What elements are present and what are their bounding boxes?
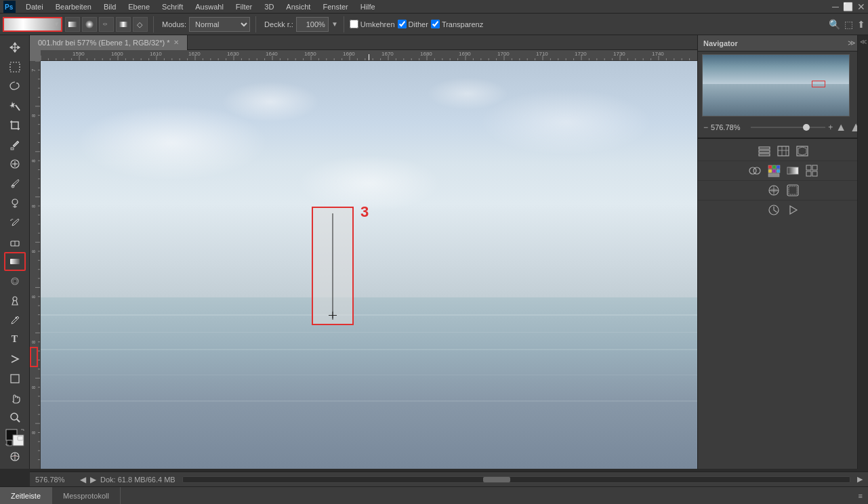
actions-panel-btn[interactable] xyxy=(785,202,801,218)
type-tool[interactable]: T xyxy=(4,331,26,350)
healing-tool[interactable] xyxy=(4,155,26,174)
menu-filter[interactable]: Filter xyxy=(230,1,257,12)
messprotokoll-tab[interactable]: Messprotokoll xyxy=(52,487,121,505)
menu-hilfe[interactable]: Hilfe xyxy=(355,1,381,12)
menu-datei[interactable]: Datei xyxy=(20,1,49,12)
crop-tool[interactable] xyxy=(4,116,26,135)
brush-tool[interactable] xyxy=(4,174,26,193)
marquee-tool[interactable] xyxy=(4,58,26,77)
umkehren-checkbox[interactable] xyxy=(350,20,358,28)
scrollbar-right-btn[interactable]: ▶ xyxy=(857,475,863,484)
styles-panel-btn[interactable] xyxy=(785,182,801,198)
quick-mask-btn[interactable] xyxy=(4,447,26,466)
document-tab[interactable]: 001.hdr bei 577% (Ebene 1, RGB/32*) * ✕ xyxy=(30,35,188,50)
magic-wand-tool[interactable] xyxy=(4,96,26,115)
share-btn[interactable]: ⬆ xyxy=(857,19,865,30)
history-panel-btn[interactable] xyxy=(766,202,782,218)
path-select-tool[interactable] xyxy=(4,350,26,369)
crosshair-bottom-v xyxy=(333,312,333,320)
pen-tool[interactable] xyxy=(4,311,26,330)
blur-tool[interactable] xyxy=(4,272,26,291)
move-tool[interactable] xyxy=(4,38,26,57)
eraser-tool[interactable] xyxy=(4,233,26,252)
umkehren-label: Umkehren xyxy=(360,20,395,28)
color-panel-btn[interactable] xyxy=(747,163,763,179)
eyedropper-tool[interactable] xyxy=(4,135,26,154)
bottom-tab-expand-btn[interactable]: ≡ xyxy=(853,492,868,500)
dither-group: Dither xyxy=(398,20,428,28)
scrollbar-thumb[interactable] xyxy=(483,477,510,482)
extra-red-highlight xyxy=(30,347,38,367)
horizontal-scrollbar[interactable] xyxy=(182,476,850,483)
menu-ebene[interactable]: Ebene xyxy=(123,1,155,12)
opacity-arrow[interactable]: ▼ xyxy=(331,20,338,28)
svg-rect-40 xyxy=(768,165,772,169)
swatches-panel-btn[interactable] xyxy=(766,163,782,179)
zeitleiste-tab[interactable]: Zeitleiste xyxy=(0,487,52,505)
transparenz-checkbox[interactable] xyxy=(431,20,440,28)
menu-ansicht[interactable]: Ansicht xyxy=(281,1,316,12)
canvas-image-area[interactable]: 3 xyxy=(41,61,697,469)
gradient-dropdown-arrow[interactable]: ▼ xyxy=(53,20,60,28)
panel-tools-row-1 xyxy=(698,142,868,161)
tab-close-btn[interactable]: ✕ xyxy=(173,39,179,46)
paths-panel-btn[interactable] xyxy=(794,143,810,159)
dither-checkbox[interactable] xyxy=(398,20,407,28)
color-swatches[interactable] xyxy=(4,429,26,446)
vertical-ruler xyxy=(30,61,41,469)
adjustments-panel-btn[interactable] xyxy=(766,182,782,198)
svg-rect-44 xyxy=(772,169,776,173)
patterns-panel-btn[interactable] xyxy=(804,163,820,179)
mode-select[interactable]: Normal xyxy=(189,17,250,32)
history-brush-tool[interactable] xyxy=(4,213,26,232)
clone-stamp-tool[interactable] xyxy=(4,194,26,213)
navigator-expand-icon[interactable]: ≫ xyxy=(848,39,856,47)
layers-panel-btn[interactable] xyxy=(756,143,772,159)
menu-bild[interactable]: Bild xyxy=(98,1,121,12)
menu-3d[interactable]: 3D xyxy=(259,1,279,12)
zoom-tool[interactable] xyxy=(4,408,26,427)
svg-line-8 xyxy=(16,105,20,110)
minimize-button[interactable]: ─ xyxy=(832,1,839,12)
shape-tool[interactable] xyxy=(4,369,26,388)
opacity-label: Deckk r.: xyxy=(264,20,293,28)
canvas-area[interactable]: 001.hdr bei 577% (Ebene 1, RGB/32*) * ✕ xyxy=(30,35,697,469)
diamond-gradient-btn[interactable]: ◇ xyxy=(133,17,148,32)
radial-gradient-btn[interactable] xyxy=(82,17,97,32)
zoom-in-icon[interactable]: + xyxy=(828,123,833,132)
opacity-input[interactable] xyxy=(296,17,329,32)
toolbar-right-icons: 🔍 ⬚ ⬆ xyxy=(829,19,865,30)
menu-bearbeiten[interactable]: Bearbeiten xyxy=(50,1,97,12)
svg-rect-43 xyxy=(768,169,772,173)
zoom-out-icon[interactable]: − xyxy=(703,123,708,132)
gradient-preview[interactable]: ▼ xyxy=(3,17,62,32)
close-button[interactable]: ✕ xyxy=(857,1,865,12)
hand-tool[interactable] xyxy=(4,389,26,408)
lasso-tool[interactable] xyxy=(4,77,26,96)
workspace-btn[interactable]: ⬚ xyxy=(844,19,853,30)
separator-3 xyxy=(344,16,344,33)
menu-schrift[interactable]: Schrift xyxy=(157,1,188,12)
gradient-tool[interactable] xyxy=(4,252,26,271)
linear-gradient-btn[interactable] xyxy=(65,17,80,32)
transparenz-label: Transparenz xyxy=(442,20,483,28)
menu-auswahl[interactable]: Auswahl xyxy=(190,1,229,12)
horizontal-ruler xyxy=(41,50,697,61)
menu-bar: Ps Datei Bearbeiten Bild Ebene Schrift A… xyxy=(0,0,868,14)
menu-fenster[interactable]: Fenster xyxy=(317,1,353,12)
svg-rect-45 xyxy=(777,169,780,173)
search-icon-btn[interactable]: 🔍 xyxy=(829,19,840,30)
svg-point-19 xyxy=(13,279,17,283)
status-arrow-left[interactable]: ◀ xyxy=(80,475,86,484)
maximize-button[interactable]: ⬜ xyxy=(843,2,853,12)
channels-panel-btn[interactable] xyxy=(775,143,791,159)
zoom-mountain-small-icon[interactable]: ▲ xyxy=(835,121,846,133)
gradient-panel-btn[interactable] xyxy=(785,163,801,179)
zoom-slider-track[interactable] xyxy=(751,127,825,128)
reflected-gradient-btn[interactable] xyxy=(116,17,131,32)
zoom-slider-thumb[interactable] xyxy=(803,124,810,131)
status-arrow-right[interactable]: ▶ xyxy=(90,475,96,484)
dodge-tool[interactable] xyxy=(4,291,26,310)
collapse-panel-btn[interactable]: ≪ xyxy=(860,38,867,45)
angle-gradient-btn[interactable]: ⌔ xyxy=(99,17,114,32)
